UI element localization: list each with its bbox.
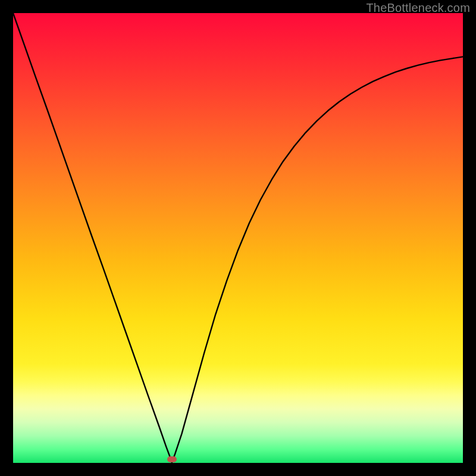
bottleneck-curve [13,13,463,462]
plot-area [13,13,463,463]
minimum-marker [167,456,177,462]
curve-layer [13,13,463,463]
watermark-label: TheBottleneck.com [366,1,470,15]
chart-frame: TheBottleneck.com [0,0,476,476]
